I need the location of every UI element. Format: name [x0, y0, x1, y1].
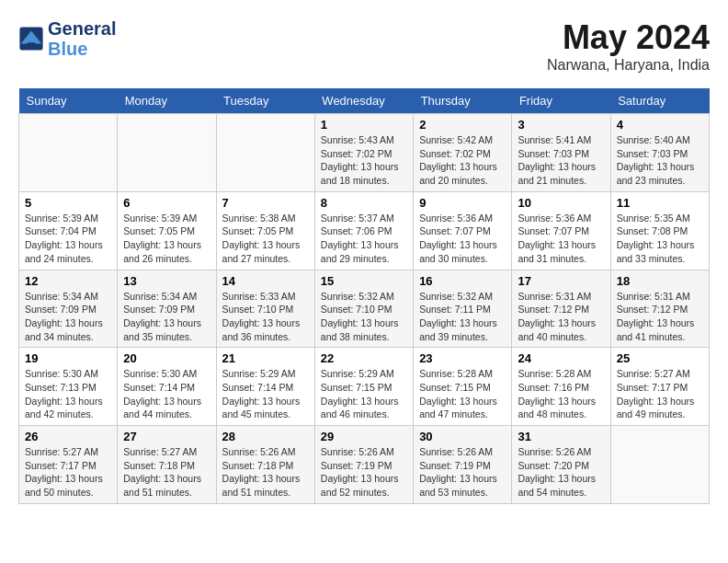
location: Narwana, Haryana, India — [547, 57, 710, 74]
day-number: 7 — [222, 196, 309, 210]
calendar-day-27: 27Sunrise: 5:27 AM Sunset: 7:18 PM Dayli… — [118, 426, 216, 504]
day-info: Sunrise: 5:41 AM Sunset: 7:03 PM Dayligh… — [518, 133, 604, 188]
calendar-day-24: 24Sunrise: 5:28 AM Sunset: 7:16 PM Dayli… — [512, 348, 610, 426]
day-number: 9 — [419, 196, 506, 210]
col-header-friday: Friday — [512, 88, 610, 114]
day-number: 31 — [518, 430, 604, 443]
calendar-day-18: 18Sunrise: 5:31 AM Sunset: 7:12 PM Dayli… — [610, 270, 709, 348]
day-info: Sunrise: 5:28 AM Sunset: 7:16 PM Dayligh… — [518, 367, 604, 421]
calendar-day-21: 21Sunrise: 5:29 AM Sunset: 7:14 PM Dayli… — [216, 348, 314, 426]
calendar-week-row: 5Sunrise: 5:39 AM Sunset: 7:04 PM Daylig… — [19, 191, 710, 270]
day-number: 4 — [617, 118, 703, 132]
day-info: Sunrise: 5:29 AM Sunset: 7:15 PM Dayligh… — [321, 367, 407, 421]
col-header-tuesday: Tuesday — [216, 88, 314, 114]
calendar-week-row: 19Sunrise: 5:30 AM Sunset: 7:13 PM Dayli… — [19, 348, 710, 426]
empty-cell — [216, 114, 314, 192]
day-number: 13 — [123, 274, 210, 288]
day-info: Sunrise: 5:37 AM Sunset: 7:06 PM Dayligh… — [321, 212, 407, 266]
calendar-day-12: 12Sunrise: 5:34 AM Sunset: 7:09 PM Dayli… — [19, 270, 118, 348]
title-block: May 2024 Narwana, Haryana, India — [547, 18, 710, 74]
calendar-day-14: 14Sunrise: 5:33 AM Sunset: 7:10 PM Dayli… — [216, 270, 314, 348]
day-info: Sunrise: 5:39 AM Sunset: 7:05 PM Dayligh… — [123, 212, 210, 266]
day-number: 18 — [617, 274, 703, 288]
svg-rect-2 — [28, 42, 35, 48]
empty-cell — [19, 114, 118, 192]
day-info: Sunrise: 5:26 AM Sunset: 7:19 PM Dayligh… — [419, 445, 506, 500]
col-header-thursday: Thursday — [414, 88, 512, 114]
day-info: Sunrise: 5:34 AM Sunset: 7:09 PM Dayligh… — [123, 290, 210, 344]
day-info: Sunrise: 5:35 AM Sunset: 7:08 PM Dayligh… — [617, 212, 703, 266]
month-year: May 2024 — [547, 18, 710, 57]
calendar-day-25: 25Sunrise: 5:27 AM Sunset: 7:17 PM Dayli… — [610, 348, 709, 426]
calendar-day-10: 10Sunrise: 5:36 AM Sunset: 7:07 PM Dayli… — [512, 191, 610, 270]
calendar-day-9: 9Sunrise: 5:36 AM Sunset: 7:07 PM Daylig… — [414, 191, 512, 270]
day-info: Sunrise: 5:36 AM Sunset: 7:07 PM Dayligh… — [518, 212, 604, 266]
calendar-day-4: 4Sunrise: 5:40 AM Sunset: 7:03 PM Daylig… — [610, 114, 709, 192]
day-number: 22 — [321, 351, 407, 365]
day-number: 3 — [518, 118, 604, 132]
col-header-wednesday: Wednesday — [314, 88, 413, 114]
day-number: 20 — [123, 351, 210, 365]
calendar-day-8: 8Sunrise: 5:37 AM Sunset: 7:06 PM Daylig… — [314, 191, 413, 270]
col-header-saturday: Saturday — [610, 88, 709, 114]
day-number: 25 — [617, 351, 703, 365]
day-info: Sunrise: 5:32 AM Sunset: 7:10 PM Dayligh… — [321, 290, 407, 344]
day-number: 12 — [25, 274, 111, 288]
day-number: 17 — [518, 274, 604, 288]
day-info: Sunrise: 5:28 AM Sunset: 7:15 PM Dayligh… — [419, 367, 506, 421]
day-info: Sunrise: 5:31 AM Sunset: 7:12 PM Dayligh… — [617, 290, 703, 344]
day-info: Sunrise: 5:39 AM Sunset: 7:04 PM Dayligh… — [25, 212, 111, 266]
calendar-day-30: 30Sunrise: 5:26 AM Sunset: 7:19 PM Dayli… — [414, 426, 512, 504]
logo-icon — [18, 26, 44, 52]
calendar-day-6: 6Sunrise: 5:39 AM Sunset: 7:05 PM Daylig… — [118, 191, 216, 270]
day-number: 21 — [222, 351, 309, 365]
day-number: 5 — [25, 196, 111, 210]
day-number: 6 — [123, 196, 210, 210]
day-number: 16 — [419, 274, 506, 288]
day-number: 29 — [321, 430, 407, 443]
logo: General Blue — [18, 18, 116, 59]
calendar-day-23: 23Sunrise: 5:28 AM Sunset: 7:15 PM Dayli… — [414, 348, 512, 426]
day-number: 26 — [25, 430, 111, 443]
day-info: Sunrise: 5:38 AM Sunset: 7:05 PM Dayligh… — [222, 212, 309, 266]
day-info: Sunrise: 5:29 AM Sunset: 7:14 PM Dayligh… — [222, 367, 309, 421]
calendar-header-row: SundayMondayTuesdayWednesdayThursdayFrid… — [19, 88, 710, 114]
calendar-day-19: 19Sunrise: 5:30 AM Sunset: 7:13 PM Dayli… — [19, 348, 118, 426]
day-number: 28 — [222, 430, 309, 443]
day-info: Sunrise: 5:32 AM Sunset: 7:11 PM Dayligh… — [419, 290, 506, 344]
day-info: Sunrise: 5:42 AM Sunset: 7:02 PM Dayligh… — [419, 133, 506, 188]
calendar-day-3: 3Sunrise: 5:41 AM Sunset: 7:03 PM Daylig… — [512, 114, 610, 192]
day-info: Sunrise: 5:27 AM Sunset: 7:17 PM Dayligh… — [25, 445, 111, 500]
day-info: Sunrise: 5:30 AM Sunset: 7:14 PM Dayligh… — [123, 367, 210, 421]
calendar-week-row: 12Sunrise: 5:34 AM Sunset: 7:09 PM Dayli… — [19, 270, 710, 348]
calendar-day-28: 28Sunrise: 5:26 AM Sunset: 7:18 PM Dayli… — [216, 426, 314, 504]
calendar-day-1: 1Sunrise: 5:43 AM Sunset: 7:02 PM Daylig… — [314, 114, 413, 192]
calendar-day-11: 11Sunrise: 5:35 AM Sunset: 7:08 PM Dayli… — [610, 191, 709, 270]
day-info: Sunrise: 5:43 AM Sunset: 7:02 PM Dayligh… — [321, 133, 407, 188]
calendar-table: SundayMondayTuesdayWednesdayThursdayFrid… — [18, 88, 710, 504]
day-info: Sunrise: 5:36 AM Sunset: 7:07 PM Dayligh… — [419, 212, 506, 266]
day-info: Sunrise: 5:30 AM Sunset: 7:13 PM Dayligh… — [25, 367, 111, 421]
calendar-day-26: 26Sunrise: 5:27 AM Sunset: 7:17 PM Dayli… — [19, 426, 118, 504]
day-number: 2 — [419, 118, 506, 132]
day-info: Sunrise: 5:31 AM Sunset: 7:12 PM Dayligh… — [518, 290, 604, 344]
calendar-day-31: 31Sunrise: 5:26 AM Sunset: 7:20 PM Dayli… — [512, 426, 610, 504]
page-header: General Blue May 2024 Narwana, Haryana, … — [18, 18, 710, 74]
day-info: Sunrise: 5:40 AM Sunset: 7:03 PM Dayligh… — [617, 133, 703, 188]
day-info: Sunrise: 5:33 AM Sunset: 7:10 PM Dayligh… — [222, 290, 309, 344]
day-info: Sunrise: 5:27 AM Sunset: 7:18 PM Dayligh… — [123, 445, 210, 500]
col-header-monday: Monday — [118, 88, 216, 114]
day-number: 24 — [518, 351, 604, 365]
day-info: Sunrise: 5:26 AM Sunset: 7:20 PM Dayligh… — [518, 445, 604, 500]
empty-cell — [610, 426, 709, 504]
day-info: Sunrise: 5:27 AM Sunset: 7:17 PM Dayligh… — [617, 367, 703, 421]
calendar-day-15: 15Sunrise: 5:32 AM Sunset: 7:10 PM Dayli… — [314, 270, 413, 348]
day-info: Sunrise: 5:26 AM Sunset: 7:19 PM Dayligh… — [321, 445, 407, 500]
day-number: 11 — [617, 196, 703, 210]
day-number: 27 — [123, 430, 210, 443]
calendar-week-row: 1Sunrise: 5:43 AM Sunset: 7:02 PM Daylig… — [19, 114, 710, 192]
calendar-week-row: 26Sunrise: 5:27 AM Sunset: 7:17 PM Dayli… — [19, 426, 710, 504]
day-info: Sunrise: 5:26 AM Sunset: 7:18 PM Dayligh… — [222, 445, 309, 500]
day-info: Sunrise: 5:34 AM Sunset: 7:09 PM Dayligh… — [25, 290, 111, 344]
day-number: 8 — [321, 196, 407, 210]
